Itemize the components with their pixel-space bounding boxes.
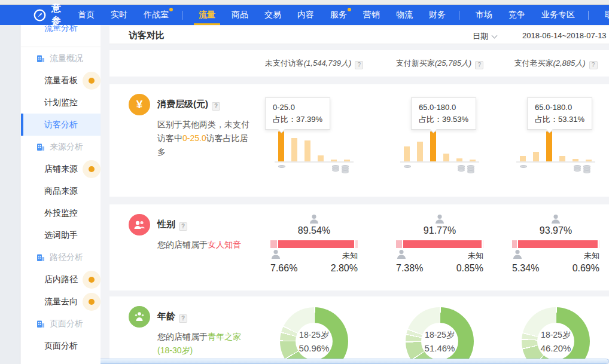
- sidebar-item-店内路径[interactable]: 店内路径: [21, 268, 101, 290]
- bar[interactable]: [404, 146, 410, 161]
- male-icon: [270, 249, 297, 261]
- sidebar-item-流量看板[interactable]: 流量看板: [21, 69, 101, 91]
- brand[interactable]: 生意参谋: [34, 0, 62, 40]
- gender-segment-female: [403, 240, 481, 248]
- coin-stack-icon: [520, 166, 527, 168]
- consumption-charts: 0-25.0占比：37.39%65.0-180.0占比：39.53%65.0-1…: [251, 84, 609, 197]
- sidebar-item-流量去向[interactable]: 流量去向: [21, 290, 101, 313]
- gender-chart[interactable]: 89.54%7.66%未知2.80%: [270, 214, 358, 274]
- nav-item-市场[interactable]: 市场: [476, 5, 492, 25]
- female-percent: 93.97%: [512, 225, 599, 236]
- nav-items: 首页实时作战室流量商品交易内容服务营销物流财务市场竞争业务专区取数学院: [62, 5, 609, 25]
- sidebar-item-label: 外投监控: [44, 208, 78, 219]
- nav-item-财务[interactable]: 财务: [429, 5, 446, 25]
- column-header: 未支付访客(1,544,739人)?: [251, 58, 377, 69]
- bar[interactable]: [318, 155, 324, 161]
- age-donut-chart[interactable]: 18-25岁50.96%: [280, 307, 348, 359]
- sidebar-item-label: 店内路径: [44, 274, 78, 285]
- nav-item-物流[interactable]: 物流: [396, 5, 413, 25]
- sidebar-item-外投监控[interactable]: 外投监控: [21, 202, 101, 224]
- notification-badge: [83, 271, 101, 289]
- help-icon[interactable]: ?: [179, 222, 187, 231]
- help-icon[interactable]: ?: [589, 61, 598, 69]
- sidebar-item-label: 店铺来源: [44, 164, 78, 175]
- yuan-icon: ¥: [129, 94, 150, 115]
- gender-segment-female: [278, 240, 354, 248]
- male-percent: 5.34%: [512, 263, 539, 274]
- nav-item-作战室[interactable]: 作战室: [144, 5, 169, 25]
- horizontal-scrollbar[interactable]: [21, 359, 609, 364]
- date-filter[interactable]: 日期: [473, 31, 497, 42]
- sidebar-list: 流量概况流量看板计划监控访客分析来源分析店铺来源商品来源外投监控选词助手路径分析…: [21, 47, 101, 357]
- coin-icon: [404, 165, 411, 168]
- nav-item-实时[interactable]: 实时: [111, 5, 127, 25]
- sidebar-item-计划监控[interactable]: 计划监控: [21, 91, 101, 114]
- chart-tooltip: 0-25.0占比：37.39%: [265, 97, 330, 130]
- nav-item-流量[interactable]: 流量: [199, 5, 215, 25]
- bar[interactable]: [331, 160, 337, 161]
- help-icon[interactable]: ?: [475, 61, 483, 69]
- bar[interactable]: [520, 156, 526, 161]
- nav-item-内容[interactable]: 内容: [297, 5, 314, 25]
- bar[interactable]: [573, 159, 578, 161]
- gender-desc-highlight: 女人知音: [208, 240, 241, 249]
- help-icon[interactable]: ?: [212, 102, 220, 111]
- nav-item-服务[interactable]: 服务: [330, 5, 347, 25]
- male-block: 7.66%: [270, 249, 297, 274]
- sidebar-item-商品来源[interactable]: 商品来源: [21, 180, 101, 202]
- nav-item-取数[interactable]: 取数: [605, 5, 609, 25]
- bar[interactable]: [430, 131, 436, 161]
- nav-item-首页[interactable]: 首页: [78, 5, 95, 25]
- sidebar-item-label: 页面分析: [50, 319, 83, 329]
- column-header-name: 未支付访客: [265, 59, 304, 68]
- bar[interactable]: [546, 131, 552, 161]
- age-donut-chart[interactable]: 18-25岁46.20%: [522, 307, 590, 359]
- gender-ratio-bar: [512, 240, 599, 248]
- consumption-bar-chart[interactable]: 65.0-180.0占比：39.53%: [400, 93, 479, 192]
- building-icon: [36, 143, 45, 151]
- bar[interactable]: [417, 142, 423, 161]
- consumption-bar-chart[interactable]: 0-25.0占比：37.39%: [275, 93, 354, 192]
- bar[interactable]: [304, 140, 310, 161]
- female-icon: [512, 214, 599, 224]
- gender-segment-unknown: [355, 240, 358, 248]
- bar[interactable]: [456, 158, 462, 161]
- bar[interactable]: [291, 138, 297, 161]
- sidebar-item-店铺来源[interactable]: 店铺来源: [21, 158, 101, 180]
- help-icon[interactable]: ?: [355, 61, 363, 69]
- nav-item-交易[interactable]: 交易: [264, 5, 281, 25]
- sidebar-item-访客分析[interactable]: 访客分析: [21, 114, 101, 136]
- bar[interactable]: [533, 152, 539, 161]
- age-chart-cell: 18-25岁46.20%: [503, 296, 609, 359]
- bar[interactable]: [586, 160, 592, 161]
- consumption-chart-cell: 0-25.0占比：37.39%: [251, 84, 377, 197]
- nav-item-营销[interactable]: 营销: [363, 5, 380, 25]
- consumption-bar-chart[interactable]: 65.0-180.0占比：53.31%: [516, 93, 595, 192]
- bar[interactable]: [443, 154, 449, 161]
- gender-segment-unknown: [483, 240, 483, 248]
- age-desc-highlight2: (18-30岁): [157, 345, 193, 355]
- chart-tooltip: 65.0-180.0占比：53.31%: [527, 97, 592, 130]
- bar[interactable]: [559, 156, 565, 161]
- sidebar-item-页面分析[interactable]: 页面分析: [21, 335, 101, 357]
- gender-chart[interactable]: 91.77%7.38%未知0.85%: [396, 214, 483, 274]
- bar[interactable]: [344, 160, 350, 161]
- nav-divider: [459, 11, 459, 20]
- bar[interactable]: [470, 160, 476, 161]
- help-icon[interactable]: ?: [179, 314, 187, 323]
- nav-item-商品[interactable]: 商品: [232, 5, 248, 25]
- bar-group: [275, 133, 354, 163]
- sidebar-item-选词助手[interactable]: 选词助手: [21, 224, 101, 246]
- column-header-name: 支付老买家: [514, 59, 553, 68]
- nav-item-竞争[interactable]: 竞争: [508, 5, 525, 25]
- age-donut-chart[interactable]: 18-25岁51.46%: [406, 307, 474, 359]
- date-range-value[interactable]: 2018-06-14~2018-07-13: [522, 31, 607, 40]
- consumption-chart-cell: 65.0-180.0占比：39.53%: [377, 84, 503, 197]
- gender-chart[interactable]: 93.97%5.34%未知0.69%: [512, 214, 599, 274]
- unknown-label: 未知: [573, 250, 599, 261]
- consumption-chart-cell: 65.0-180.0占比：53.31%: [503, 84, 609, 197]
- nav-item-业务专区[interactable]: 业务专区: [541, 5, 575, 25]
- age-charts: 18-25岁50.96%18-25岁51.46%18-25岁46.20%: [251, 296, 609, 359]
- bar[interactable]: [278, 131, 284, 161]
- gender-chart-cell: 91.77%7.38%未知0.85%: [377, 204, 503, 290]
